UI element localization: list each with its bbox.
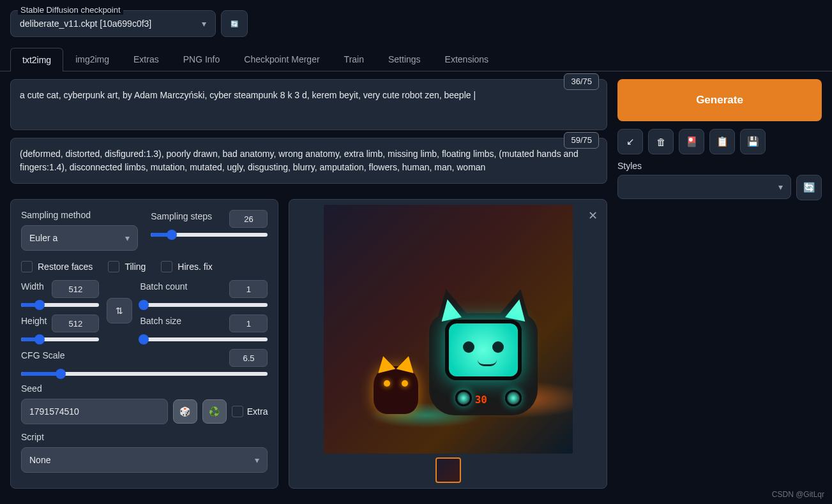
output-image[interactable]: 30 (324, 205, 573, 454)
script-label: Script (21, 432, 268, 442)
tab-png-info[interactable]: PNG Info (171, 47, 232, 71)
swap-icon: ⇅ (116, 306, 123, 316)
close-preview-button[interactable]: ✕ (588, 209, 598, 223)
hires-fix-label: Hires. fix (178, 262, 212, 272)
seed-label: Seed (21, 383, 268, 394)
tab-img2img[interactable]: img2img (63, 47, 121, 71)
script-value: None (29, 455, 50, 465)
sampling-method-select[interactable]: Euler a ▾ (21, 225, 138, 251)
arrow-icon: ↙ (626, 136, 635, 147)
refresh-icon: 🔄 (231, 20, 238, 27)
styles-select[interactable]: ▾ (617, 175, 791, 199)
tiling-label: Tiling (125, 262, 146, 272)
batch-size-label: Batch size (140, 316, 181, 326)
chevron-down-icon: ▾ (778, 182, 783, 192)
cfg-scale-value[interactable]: 6.5 (229, 349, 268, 367)
batch-count-value[interactable]: 1 (229, 280, 268, 298)
batch-count-label: Batch count (140, 281, 187, 292)
styles-label: Styles (617, 161, 822, 171)
sampling-steps-label: Sampling steps (151, 211, 212, 221)
clipboard-icon: 📋 (716, 136, 729, 147)
checkpoint-value: deliberate_v11.ckpt [10a699c0f3] (20, 19, 151, 29)
recycle-icon: ♻️ (209, 406, 220, 417)
neg-prompt-text: (deformed, distorted, disfigured:1.3), p… (20, 149, 579, 172)
chevron-down-icon: ▾ (202, 19, 206, 29)
interrogate-button[interactable]: ↙ (617, 129, 643, 154)
watermark: CSDN @GitLqr (772, 490, 824, 499)
generate-button[interactable]: Generate (617, 79, 822, 121)
tab-extensions[interactable]: Extensions (433, 47, 501, 71)
prompt-token-counter: 36/75 (564, 73, 599, 90)
seed-extra-checkbox[interactable]: Extra (232, 406, 268, 417)
chevron-down-icon: ▾ (255, 455, 259, 465)
width-value[interactable]: 512 (52, 280, 99, 298)
clear-button[interactable]: 🗑 (648, 129, 674, 154)
sampling-method-label: Sampling method (21, 210, 138, 220)
trash-icon: 🗑 (656, 137, 666, 147)
height-slider[interactable] (21, 337, 99, 341)
styles-button[interactable]: 🎴 (679, 129, 704, 154)
paste-button[interactable]: 📋 (709, 129, 735, 154)
swap-dimensions-button[interactable]: ⇅ (107, 298, 132, 323)
refresh-checkpoint-button[interactable]: 🔄 (221, 10, 248, 37)
tiling-checkbox[interactable]: Tiling (108, 261, 146, 272)
tab-txt2img[interactable]: txt2img (10, 48, 63, 71)
seed-random-button[interactable]: 🎲 (173, 399, 197, 424)
apply-style-button[interactable]: 🔄 (796, 175, 822, 200)
hires-fix-checkbox[interactable]: Hires. fix (161, 261, 212, 272)
neg-prompt-token-counter: 59/75 (564, 132, 599, 149)
refresh-icon: 🔄 (803, 182, 815, 193)
save-button[interactable]: 💾 (740, 129, 766, 154)
main-tabs: txt2img img2img Extras PNG Info Checkpoi… (0, 47, 832, 71)
cfg-scale-slider[interactable] (21, 372, 268, 376)
prompt-text: a cute cat, cyberpunk art, by Adam Marcz… (20, 90, 476, 100)
seed-extra-label: Extra (247, 406, 268, 417)
tab-train[interactable]: Train (332, 47, 376, 71)
output-thumbnail[interactable] (435, 457, 461, 483)
batch-size-slider[interactable] (140, 337, 268, 341)
height-label: Height (21, 316, 47, 326)
chevron-down-icon: ▾ (125, 233, 130, 243)
checkpoint-label: Stable Diffusion checkpoint (18, 5, 123, 15)
restore-faces-label: Restore faces (38, 262, 93, 272)
seed-input[interactable]: 1791574510 (21, 399, 168, 424)
tab-checkpoint-merger[interactable]: Checkpoint Merger (232, 47, 331, 71)
tab-settings[interactable]: Settings (376, 47, 433, 71)
script-select[interactable]: None ▾ (21, 447, 268, 473)
image-display-number: 30 (475, 394, 487, 406)
tab-extras[interactable]: Extras (121, 47, 171, 71)
negative-prompt-textarea[interactable]: 59/75 (deformed, distorted, disfigured:1… (10, 138, 607, 184)
prompt-textarea[interactable]: 36/75 a cute cat, cyberpunk art, by Adam… (10, 79, 607, 130)
sampling-method-value: Euler a (29, 233, 57, 243)
sampling-steps-slider[interactable] (151, 233, 268, 237)
batch-count-slider[interactable] (140, 303, 268, 307)
palette-icon: 🎴 (686, 136, 698, 147)
seed-reuse-button[interactable]: ♻️ (202, 399, 227, 424)
height-value[interactable]: 512 (52, 315, 99, 332)
sampling-steps-value[interactable]: 26 (229, 210, 268, 228)
cfg-scale-label: CFG Scale (21, 350, 64, 360)
batch-size-value[interactable]: 1 (229, 315, 268, 332)
width-slider[interactable] (21, 303, 99, 307)
restore-faces-checkbox[interactable]: Restore faces (21, 261, 93, 272)
width-label: Width (21, 281, 44, 292)
dice-icon: 🎲 (179, 406, 190, 417)
save-icon: 💾 (747, 136, 759, 147)
